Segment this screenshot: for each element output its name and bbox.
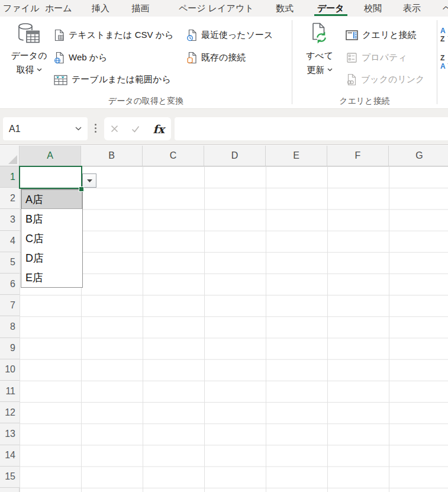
from-web-button[interactable]: Web から bbox=[54, 49, 107, 66]
row-header-10[interactable]: 10 bbox=[0, 359, 20, 381]
chevron-down-icon bbox=[327, 68, 333, 72]
menu-tab-8[interactable]: 校閲 bbox=[364, 0, 382, 17]
properties-icon bbox=[346, 52, 357, 63]
menu-tab-2[interactable]: ホーム bbox=[45, 0, 72, 17]
column-header-A[interactable]: A bbox=[20, 146, 81, 166]
row-header-12[interactable]: 12 bbox=[0, 402, 20, 423]
existing-connections-label: 既存の接続 bbox=[201, 52, 246, 63]
column-header-E[interactable]: E bbox=[266, 146, 327, 166]
column-header-B[interactable]: B bbox=[81, 146, 143, 166]
group-separator bbox=[292, 20, 292, 104]
queries-connections-label: クエリと接続 bbox=[362, 30, 416, 41]
formula-buttons: fx bbox=[104, 117, 171, 140]
sort-az-icon: A Z bbox=[440, 27, 448, 43]
dropdown-item[interactable]: D店 bbox=[21, 248, 82, 268]
recent-sources-button[interactable]: 最近使ったソース bbox=[187, 27, 273, 43]
dropdown-item[interactable]: A店 bbox=[21, 189, 82, 209]
sort-za-icon: Z A bbox=[440, 54, 448, 70]
enter-check-icon[interactable] bbox=[131, 126, 140, 133]
ribbon: データの 取得 テキストまたは CSV から Web から bbox=[0, 17, 448, 108]
row-header-1[interactable]: 1 bbox=[0, 166, 20, 188]
get-data-label-line1: データの bbox=[11, 49, 47, 63]
row-header-14[interactable]: 14 bbox=[0, 445, 20, 467]
queries-pane-icon bbox=[346, 30, 358, 41]
chevron-down-icon[interactable] bbox=[75, 127, 82, 131]
get-data-label-line2: 取得 bbox=[17, 63, 34, 77]
file-globe-icon bbox=[54, 52, 65, 64]
column-header-D[interactable]: D bbox=[204, 146, 266, 166]
queries-connections-button[interactable]: クエリと接続 bbox=[346, 27, 416, 43]
from-text-csv-button[interactable]: テキストまたは CSV から bbox=[54, 27, 173, 43]
column-header-G[interactable]: G bbox=[389, 146, 448, 166]
workbook-links-icon bbox=[346, 73, 357, 86]
svg-text:A: A bbox=[440, 62, 446, 70]
existing-connections-button[interactable]: 既存の接続 bbox=[187, 49, 246, 66]
refresh-all-icon bbox=[308, 22, 331, 46]
chevron-down-icon bbox=[37, 68, 42, 72]
refresh-all-label-line2: 更新 bbox=[307, 63, 325, 77]
row-header-13[interactable]: 13 bbox=[0, 423, 20, 445]
row-header-11[interactable]: 11 bbox=[0, 381, 20, 402]
fill-handle[interactable] bbox=[79, 186, 84, 192]
column-header-F[interactable]: F bbox=[327, 146, 389, 166]
dropdown-item[interactable]: E店 bbox=[21, 268, 82, 287]
group-label-queries-connections: クエリと接続 bbox=[292, 95, 437, 107]
database-table-icon bbox=[17, 22, 41, 46]
properties-button: プロパティ bbox=[346, 49, 407, 66]
svg-text:Z: Z bbox=[440, 35, 444, 43]
row-header-15[interactable]: 15 bbox=[0, 467, 20, 488]
group-label-get-transform: データの取得と変換 bbox=[0, 95, 292, 107]
refresh-all-label-line1: すべて bbox=[306, 49, 333, 63]
row-header-9[interactable]: 9 bbox=[0, 338, 20, 359]
menu-tab-6[interactable]: 数式 bbox=[276, 0, 294, 17]
dropdown-item[interactable]: C店 bbox=[21, 229, 82, 248]
row-header-5[interactable]: 5 bbox=[0, 252, 20, 274]
data-validation-dropdown-button[interactable] bbox=[82, 173, 96, 188]
menu-tab-7[interactable]: データ bbox=[317, 0, 344, 17]
select-all-triangle-icon bbox=[8, 155, 17, 164]
from-table-range-button[interactable]: テーブルまたは範囲から bbox=[54, 71, 171, 88]
row-header-3[interactable]: 3 bbox=[0, 209, 20, 230]
formula-bar-resize-handle[interactable] bbox=[95, 124, 96, 133]
cancel-icon[interactable] bbox=[111, 125, 118, 133]
formula-bar-row: A1 fx bbox=[0, 108, 448, 145]
from-table-range-label: テーブルまたは範囲から bbox=[72, 74, 171, 85]
menu-tab-4[interactable]: 描画 bbox=[131, 0, 149, 17]
row-header-4[interactable]: 4 bbox=[0, 231, 20, 252]
properties-label: プロパティ bbox=[362, 52, 407, 63]
select-all-corner[interactable] bbox=[0, 146, 20, 166]
data-validation-dropdown-list: A店B店C店D店E店 bbox=[21, 189, 83, 288]
recent-sources-label: 最近使ったソース bbox=[201, 30, 273, 41]
row-header-7[interactable]: 7 bbox=[0, 295, 20, 316]
spreadsheet-grid: ABCDEFG 123456789101112131415 A店B店C店D店E店 bbox=[0, 146, 448, 492]
menu-tab-9[interactable]: 表示 bbox=[403, 0, 421, 17]
row-header-2[interactable]: 2 bbox=[0, 188, 20, 209]
menu-tab-1[interactable]: ファイル bbox=[3, 0, 39, 17]
svg-text:A: A bbox=[440, 27, 446, 35]
file-database-icon bbox=[187, 52, 197, 64]
cells-area[interactable] bbox=[20, 166, 448, 492]
svg-text:Z: Z bbox=[440, 54, 444, 62]
column-header-C[interactable]: C bbox=[143, 146, 204, 166]
from-text-csv-label: テキストまたは CSV から bbox=[69, 30, 173, 41]
from-web-label: Web から bbox=[69, 52, 107, 63]
ribbon-tab-bar: ファイルホーム挿入描画ページ レイアウト数式データ校閲表示ヘルプ bbox=[0, 0, 448, 17]
get-data-button[interactable]: データの 取得 bbox=[6, 20, 52, 95]
menu-tab-5[interactable]: ページ レイアウト bbox=[179, 0, 254, 17]
row-header-6[interactable]: 6 bbox=[0, 274, 20, 295]
insert-function-button[interactable]: fx bbox=[153, 123, 165, 136]
dropdown-item[interactable]: B店 bbox=[21, 209, 82, 229]
name-box[interactable]: A1 bbox=[3, 117, 88, 140]
workbook-links-button: ブックのリンク bbox=[346, 71, 424, 88]
file-csv-icon bbox=[54, 29, 65, 41]
menu-tab-3[interactable]: 挿入 bbox=[92, 0, 109, 17]
workbook-links-label: ブックのリンク bbox=[361, 74, 424, 85]
sort-descending-button[interactable]: Z A bbox=[440, 53, 448, 70]
row-header-8[interactable]: 8 bbox=[0, 316, 20, 337]
refresh-all-button[interactable]: すべて 更新 bbox=[298, 20, 341, 95]
menu-tab-10[interactable]: ヘルプ bbox=[443, 0, 448, 17]
sort-ascending-button[interactable]: A Z bbox=[440, 26, 448, 43]
formula-input[interactable] bbox=[175, 117, 448, 140]
selected-cell-a1[interactable] bbox=[19, 166, 82, 189]
dropdown-arrow-icon bbox=[87, 179, 92, 182]
